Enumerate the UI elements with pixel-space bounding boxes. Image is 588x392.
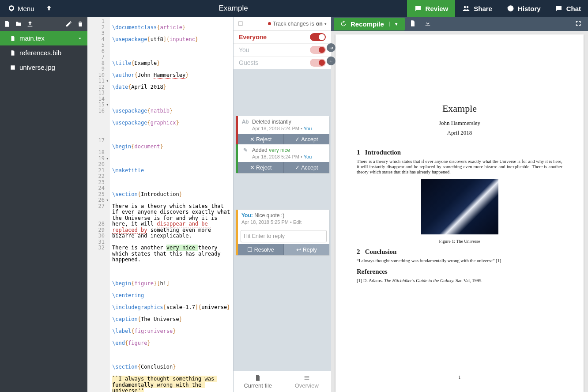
pdf-page: Example John Hammersley April 2018 1 Int… bbox=[335, 34, 584, 392]
review-footer: Current file Overview bbox=[234, 371, 331, 392]
file-sidebar: main.tex references.bib universe.jpg bbox=[0, 17, 87, 392]
file-item-references-bib[interactable]: references.bib bbox=[0, 45, 87, 60]
toggle-switch[interactable] bbox=[310, 33, 326, 41]
chevron-down-icon[interactable] bbox=[77, 35, 83, 41]
accept-button[interactable]: ✓ Accept bbox=[284, 162, 329, 173]
rename-icon[interactable] bbox=[65, 20, 72, 27]
top-bar: Menu Example Review Share History Chat bbox=[0, 0, 588, 17]
strikethrough-icon: A̶b bbox=[241, 119, 249, 125]
file-icon bbox=[10, 35, 16, 41]
line-gutter: 1234567891011 ▾12131415 ▾16171819 ▾20212… bbox=[87, 17, 109, 392]
file-icon bbox=[409, 20, 416, 27]
refresh-icon bbox=[340, 20, 347, 27]
code-editor[interactable]: 1234567891011 ▾12131415 ▾16171819 ▾20212… bbox=[87, 17, 233, 392]
pane-collapse-right[interactable]: ➔ bbox=[327, 43, 335, 52]
reply-input[interactable]: Hit Enter to reply bbox=[241, 230, 327, 242]
pdf-preview: Recompile ▼ Example John Hammersley Apri… bbox=[331, 17, 588, 392]
pencil-icon: ✎ bbox=[241, 147, 249, 153]
upload-icon[interactable] bbox=[26, 20, 34, 27]
project-title: Example bbox=[60, 4, 407, 13]
review-icon bbox=[414, 4, 422, 12]
list-icon bbox=[303, 374, 310, 381]
resolve-button[interactable]: ☐ Resolve bbox=[238, 244, 284, 255]
svg-point-0 bbox=[464, 6, 466, 8]
reject-button[interactable]: ✕ Reject bbox=[238, 162, 284, 173]
history-button[interactable]: History bbox=[499, 0, 548, 17]
file-item-universe-jpg[interactable]: universe.jpg bbox=[0, 60, 87, 75]
share-icon bbox=[462, 4, 470, 12]
menu-button[interactable]: Menu bbox=[4, 2, 39, 15]
track-changes-status[interactable]: Track changes is on ▾ bbox=[268, 21, 327, 27]
delete-icon[interactable] bbox=[77, 20, 84, 27]
fullscreen-button[interactable] bbox=[571, 17, 585, 31]
doc-date: April 2018 bbox=[357, 129, 562, 136]
file-toolbar bbox=[0, 17, 87, 31]
download-button[interactable] bbox=[421, 17, 435, 31]
review-button[interactable]: Review bbox=[407, 0, 456, 17]
track-dot-icon bbox=[268, 22, 271, 25]
figure-image bbox=[421, 179, 498, 234]
change-card-added: ✎ Added very nice Apr 18, 2018 5:24 PM •… bbox=[236, 144, 329, 173]
expand-icon bbox=[575, 20, 582, 27]
accept-button[interactable]: ✓ Accept bbox=[284, 134, 329, 145]
toggle-everyone[interactable]: Everyone bbox=[234, 31, 331, 44]
image-icon bbox=[10, 64, 16, 71]
file-icon bbox=[254, 374, 261, 381]
new-folder-icon[interactable] bbox=[15, 20, 22, 27]
review-panel: ☐ Track changes is on ▾ Everyone You Gue… bbox=[233, 17, 331, 392]
share-button[interactable]: Share bbox=[455, 0, 499, 17]
chevron-down-icon[interactable]: ▼ bbox=[389, 22, 399, 26]
comment-card: You: Nice quote :) Apr 18, 2018 5:25 PM … bbox=[236, 210, 329, 255]
download-icon bbox=[424, 20, 431, 27]
reply-button[interactable]: ↩ Reply bbox=[284, 244, 329, 255]
up-arrow-icon bbox=[46, 5, 52, 11]
tab-overview[interactable]: Overview bbox=[283, 371, 332, 392]
reject-button[interactable]: ✕ Reject bbox=[238, 134, 284, 145]
history-icon bbox=[506, 4, 514, 12]
toggle-switch[interactable] bbox=[310, 59, 326, 67]
new-file-icon[interactable] bbox=[4, 20, 11, 27]
toggle-switch[interactable] bbox=[310, 46, 326, 54]
tab-current-file[interactable]: Current file bbox=[234, 371, 283, 392]
chat-button[interactable]: Chat bbox=[548, 0, 588, 17]
recompile-button[interactable]: Recompile ▼ bbox=[334, 18, 405, 30]
toggle-guests[interactable]: Guests bbox=[234, 57, 331, 69]
doc-author: John Hammersley bbox=[357, 120, 562, 127]
menu-label: Menu bbox=[18, 5, 34, 12]
edit-link[interactable]: Edit bbox=[293, 219, 302, 225]
toggle-you[interactable]: You bbox=[234, 44, 331, 57]
chat-icon bbox=[555, 4, 563, 12]
file-item-main-tex[interactable]: main.tex bbox=[0, 31, 87, 45]
pdf-toolbar: Recompile ▼ bbox=[331, 17, 588, 31]
doc-title: Example bbox=[357, 103, 562, 114]
pane-collapse-left[interactable]: ← bbox=[327, 57, 335, 65]
change-card-deleted: A̶b Deleted instantly Apr 18, 2018 5:24 … bbox=[236, 116, 329, 145]
code-content[interactable]: \documentclass{article} \usepackage[utf8… bbox=[109, 17, 233, 392]
file-icon bbox=[10, 50, 16, 56]
project-home-button[interactable] bbox=[41, 2, 57, 15]
archive-icon[interactable]: ☐ bbox=[238, 20, 243, 27]
svg-point-1 bbox=[467, 6, 469, 8]
logs-button[interactable] bbox=[406, 17, 420, 31]
overleaf-logo-icon bbox=[8, 5, 15, 12]
